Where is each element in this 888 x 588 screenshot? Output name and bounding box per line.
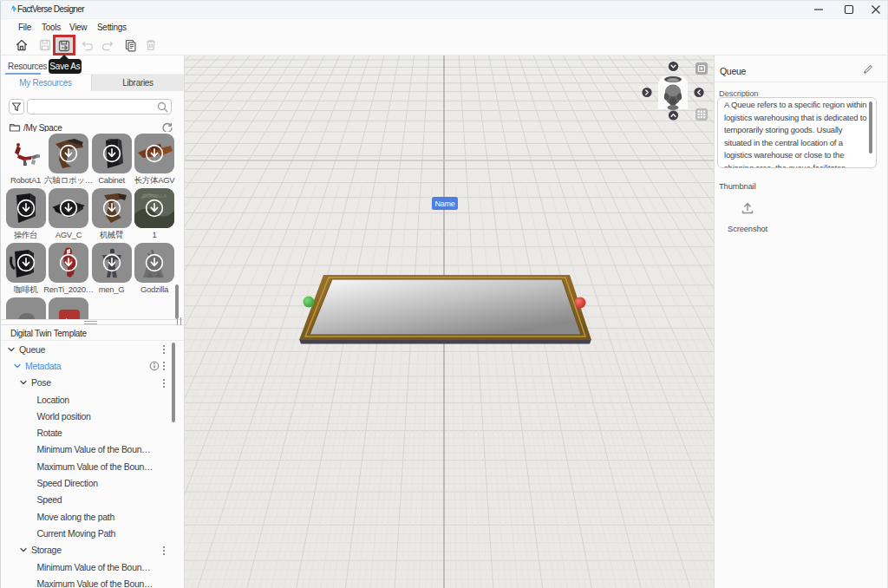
svg-text:Name: Name	[434, 199, 454, 208]
